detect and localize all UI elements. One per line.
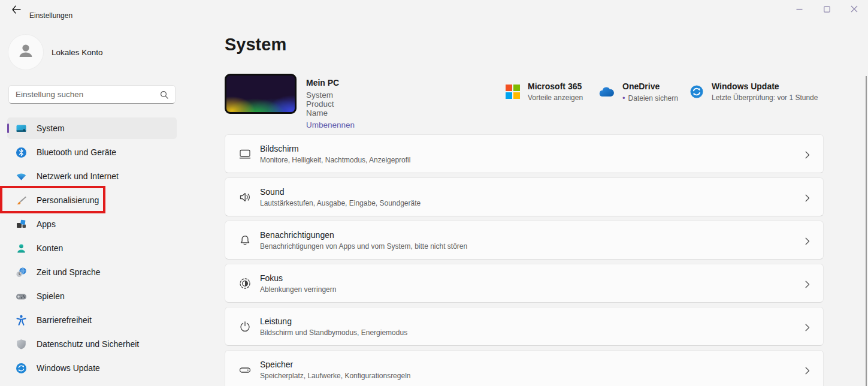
- search-input[interactable]: [9, 90, 160, 99]
- time-language-icon: [15, 266, 28, 279]
- sidebar-item-bluetooth[interactable]: Bluetooth und Geräte: [7, 141, 177, 163]
- sidebar-item-label: System: [37, 123, 65, 133]
- vertical-scrollbar[interactable]: [866, 76, 867, 386]
- card-focus[interactable]: Fokus Ablenkungen verringern: [225, 264, 824, 303]
- sidebar-item-label: Zeit und Sprache: [37, 267, 101, 277]
- back-button[interactable]: [6, 2, 26, 19]
- sidebar-item-label: Datenschutz und Sicherheit: [37, 339, 139, 349]
- device-thumbnail: [225, 74, 297, 114]
- search-icon: [160, 91, 168, 99]
- network-wifi-icon: [15, 170, 28, 183]
- card-subtitle: Bildschirm und Standbymodus, Energiemodu…: [260, 328, 407, 337]
- focus-icon: [238, 276, 252, 291]
- account-name: Lokales Konto: [52, 48, 103, 57]
- card-title: Speicher: [260, 360, 410, 369]
- storage-drive-icon: [238, 363, 252, 377]
- promo-subtitle: •Dateien sichern: [622, 94, 678, 102]
- card-title: Benachrichtigungen: [260, 230, 467, 240]
- sidebar-item-system[interactable]: System: [7, 117, 177, 139]
- card-power[interactable]: Leistung Bildschirm und Standbymodus, En…: [225, 307, 824, 346]
- card-subtitle: Speicherplatz, Laufwerke, Konfigurations…: [260, 372, 410, 380]
- sidebar-item-label: Netzwerk und Internet: [37, 171, 119, 181]
- display-icon: [238, 147, 252, 161]
- apps-icon: [15, 218, 28, 231]
- card-title: Leistung: [260, 316, 407, 326]
- sidebar-item-label: Windows Update: [37, 363, 100, 373]
- card-storage[interactable]: Speicher Speicherplatz, Laufwerke, Konfi…: [225, 350, 824, 386]
- person-icon: [16, 41, 36, 64]
- sidebar-item-windows-update[interactable]: Windows Update: [7, 357, 177, 379]
- search-box[interactable]: [8, 85, 176, 104]
- card-display[interactable]: Bildschirm Monitore, Helligkeit, Nachtmo…: [225, 134, 824, 173]
- sidebar-item-label: Konten: [37, 243, 63, 253]
- close-icon: [851, 4, 858, 15]
- onedrive-cloud-icon: [597, 86, 615, 98]
- maximize-icon: [824, 4, 830, 15]
- main-content: System Mein PC System Product Name Umben…: [225, 0, 824, 386]
- sidebar-item-personalization[interactable]: Personalisierung: [7, 189, 177, 211]
- promo-subtitle: Letzte Überprüfung: vor 1 Stunde: [712, 94, 818, 102]
- device-name: Mein PC: [306, 78, 355, 88]
- sidebar-nav: System Bluetooth und Geräte Netzwerk und…: [7, 117, 177, 381]
- card-title: Bildschirm: [260, 144, 410, 153]
- bluetooth-icon: [15, 146, 28, 159]
- card-sound[interactable]: Sound Lautstärkestufen, Ausgabe, Eingabe…: [225, 177, 824, 216]
- promo-title: Windows Update: [712, 82, 818, 91]
- sidebar-item-apps[interactable]: Apps: [7, 213, 177, 235]
- chevron-right-icon: [805, 150, 810, 161]
- accounts-person-icon: [15, 242, 28, 255]
- card-subtitle: Ablenkungen verringern: [260, 285, 336, 294]
- account-area[interactable]: Lokales Konto: [8, 35, 103, 70]
- promo-subtitle: Vorteile anzeigen: [528, 94, 583, 102]
- sidebar-item-network[interactable]: Netzwerk und Internet: [7, 165, 177, 187]
- close-button[interactable]: [840, 0, 868, 19]
- sidebar-item-time-language[interactable]: Zeit und Sprache: [7, 261, 177, 283]
- card-subtitle: Benachrichtigungen von Apps und vom Syst…: [260, 242, 467, 251]
- back-arrow-icon: [11, 5, 21, 16]
- privacy-shield-icon: [15, 338, 28, 351]
- chevron-right-icon: [805, 366, 810, 377]
- gaming-controller-icon: [15, 290, 28, 303]
- notifications-bell-icon: [238, 233, 252, 248]
- sidebar-item-label: Apps: [37, 219, 56, 229]
- promo-title: Microsoft 365: [528, 82, 583, 91]
- accessibility-icon: [15, 314, 28, 327]
- sidebar: Lokales Konto System Bluetooth und Gerät…: [0, 24, 186, 386]
- sidebar-item-gaming[interactable]: Spielen: [7, 285, 177, 307]
- personalization-brush-icon: [15, 194, 28, 207]
- chevron-right-icon: [805, 194, 810, 204]
- settings-card-list: Bildschirm Monitore, Helligkeit, Nachtmo…: [225, 134, 824, 386]
- status-bullet: •: [622, 94, 625, 102]
- promo-onedrive[interactable]: OneDrive •Dateien sichern: [597, 82, 678, 102]
- sidebar-item-accounts[interactable]: Konten: [7, 237, 177, 259]
- power-icon: [238, 319, 252, 334]
- promo-microsoft-365[interactable]: Microsoft 365 Vorteile anzeigen: [505, 82, 583, 102]
- card-notifications[interactable]: Benachrichtigungen Benachrichtigungen vo…: [225, 221, 824, 260]
- device-model: System Product Name: [306, 91, 355, 117]
- sidebar-item-label: Spielen: [37, 291, 65, 301]
- promo-title: OneDrive: [622, 82, 678, 91]
- page-title: System: [225, 35, 286, 55]
- sidebar-item-label: Bluetooth und Geräte: [37, 147, 116, 157]
- card-subtitle: Lautstärkestufen, Ausgabe, Eingabe, Soun…: [260, 199, 421, 207]
- system-laptop-icon: [15, 122, 28, 135]
- card-title: Fokus: [260, 273, 336, 283]
- windows-update-icon: [689, 84, 704, 99]
- chevron-right-icon: [805, 323, 810, 334]
- sidebar-item-label: Barrierefreiheit: [37, 315, 92, 325]
- chevron-right-icon: [805, 237, 810, 248]
- sidebar-item-accessibility[interactable]: Barrierefreiheit: [7, 309, 177, 331]
- card-subtitle: Monitore, Helligkeit, Nachtmodus, Anzeig…: [260, 156, 410, 164]
- promo-windows-update[interactable]: Windows Update Letzte Überprüfung: vor 1…: [689, 82, 818, 102]
- window-title: Einstellungen: [29, 11, 72, 20]
- microsoft-logo-icon: [505, 84, 521, 99]
- rename-link[interactable]: Umbenennen: [306, 120, 355, 129]
- avatar: [8, 35, 43, 70]
- sidebar-item-label: Personalisierung: [37, 195, 99, 205]
- card-title: Sound: [260, 187, 421, 197]
- sound-speaker-icon: [238, 190, 252, 204]
- sidebar-item-privacy[interactable]: Datenschutz und Sicherheit: [7, 333, 177, 355]
- windows-update-icon: [15, 362, 28, 375]
- chevron-right-icon: [805, 280, 810, 291]
